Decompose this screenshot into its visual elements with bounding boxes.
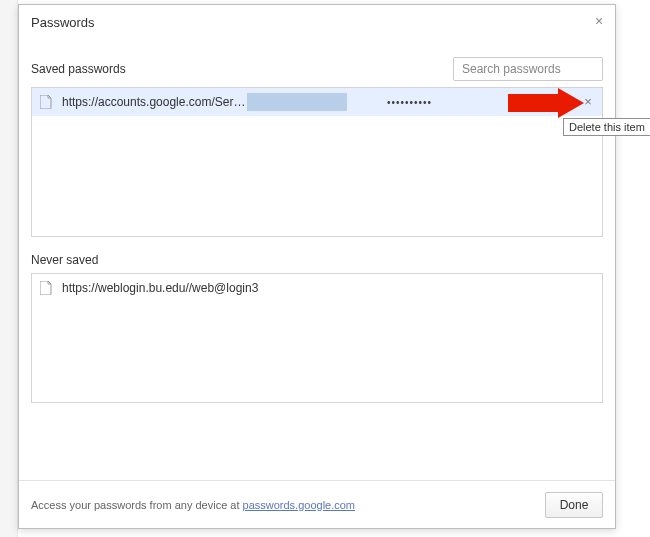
page-icon bbox=[40, 281, 52, 295]
dialog-header: Passwords × bbox=[19, 5, 615, 39]
saved-section-header: Saved passwords bbox=[31, 57, 603, 81]
saved-row-username-redacted bbox=[247, 93, 347, 111]
passwords-dialog: Passwords × Saved passwords https://acco… bbox=[18, 4, 616, 529]
page-icon bbox=[40, 95, 52, 109]
delete-row-icon[interactable]: × bbox=[580, 94, 596, 110]
close-icon[interactable]: × bbox=[591, 13, 607, 29]
dialog-footer: Access your passwords from any device at… bbox=[19, 480, 615, 528]
saved-passwords-list: https://accounts.google.com/Servic… ••••… bbox=[31, 87, 603, 237]
dialog-title: Passwords bbox=[31, 15, 95, 30]
footer-link[interactable]: passwords.google.com bbox=[243, 499, 356, 511]
never-section-title: Never saved bbox=[31, 253, 98, 267]
table-row[interactable]: https://accounts.google.com/Servic… ••••… bbox=[32, 88, 602, 116]
background-sidebar bbox=[0, 0, 18, 537]
footer-text-prefix: Access your passwords from any device at bbox=[31, 499, 243, 511]
never-section-header: Never saved bbox=[31, 253, 603, 267]
saved-section-title: Saved passwords bbox=[31, 62, 126, 76]
done-button[interactable]: Done bbox=[545, 492, 603, 518]
search-input[interactable] bbox=[453, 57, 603, 81]
delete-tooltip: Delete this item bbox=[563, 118, 650, 136]
never-row-url: https://weblogin.bu.edu//web@login3 bbox=[62, 281, 258, 295]
saved-row-url: https://accounts.google.com/Servic… bbox=[62, 95, 247, 109]
table-row[interactable]: https://weblogin.bu.edu//web@login3 bbox=[32, 274, 602, 302]
never-saved-list: https://weblogin.bu.edu//web@login3 bbox=[31, 273, 603, 403]
saved-row-password-masked: •••••••••• bbox=[347, 97, 594, 108]
dialog-body: Saved passwords https://accounts.google.… bbox=[19, 39, 615, 480]
footer-text: Access your passwords from any device at… bbox=[31, 499, 355, 511]
